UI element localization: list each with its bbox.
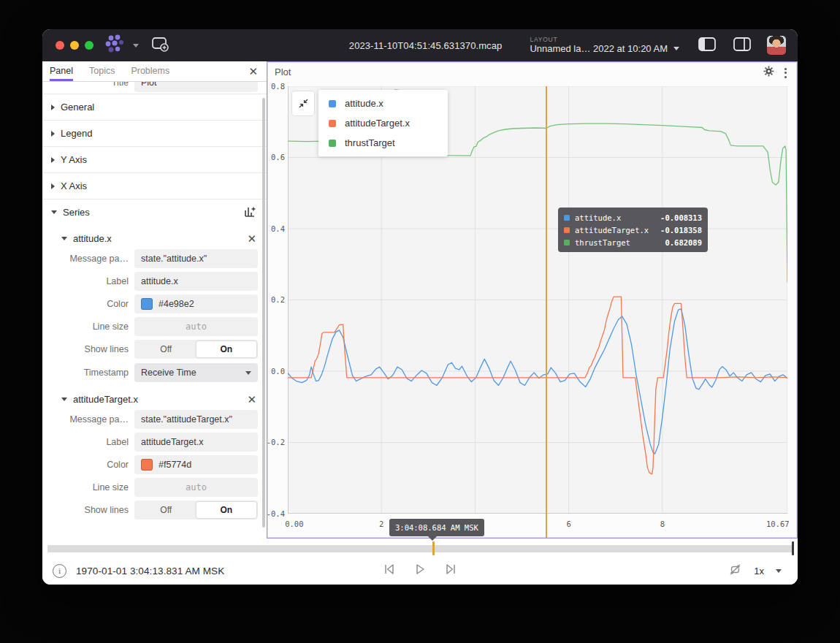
color-swatch[interactable] bbox=[141, 298, 153, 310]
color-swatch[interactable] bbox=[141, 459, 153, 471]
scrubber-track[interactable] bbox=[47, 545, 793, 552]
line-size-input[interactable]: auto bbox=[134, 478, 258, 497]
zoom-window-button[interactable] bbox=[85, 41, 93, 50]
data-tooltip: attitude.x -0.008313 attitudeTarget.x -0… bbox=[558, 208, 708, 252]
traffic-lights bbox=[56, 41, 93, 50]
chevron-down-icon bbox=[61, 237, 67, 240]
field-label: Label attitudeTarget.x bbox=[42, 433, 267, 452]
message-path-input[interactable]: state."attitude.x" bbox=[134, 249, 258, 268]
add-panel-icon[interactable] bbox=[150, 35, 169, 56]
file-title: 2023-11-10T04:51:45.631370.mcap bbox=[349, 40, 503, 51]
sidebar-close-icon[interactable]: ✕ bbox=[248, 66, 258, 77]
legend-item-attitude-target-x[interactable]: attitudeTarget.x bbox=[318, 113, 448, 133]
y-axis-tick-label: 0.4 bbox=[263, 224, 285, 233]
series-color-swatch bbox=[564, 227, 570, 233]
timestamp-select[interactable]: Receive Time bbox=[134, 363, 258, 382]
field-timestamp: Timestamp Receive Time bbox=[42, 363, 267, 382]
chevron-right-icon bbox=[51, 157, 55, 163]
series-header-attitude-x[interactable]: attitude.x ✕ bbox=[42, 227, 267, 249]
tab-topics[interactable]: Topics bbox=[89, 61, 115, 81]
left-sidebar-toggle-icon[interactable] bbox=[698, 37, 716, 54]
add-series-icon[interactable] bbox=[244, 205, 256, 219]
desktop-background: 2023-11-10T04:51:45.631370.mcap LAYOUT U… bbox=[0, 0, 840, 643]
field-color: Color #f5774d bbox=[42, 455, 267, 474]
y-axis-tick-label: 0.6 bbox=[263, 153, 285, 161]
show-lines-on[interactable]: On bbox=[196, 502, 257, 518]
sidebar-scrollbar[interactable] bbox=[262, 98, 265, 528]
color-input[interactable]: #4e98e2 bbox=[134, 294, 258, 313]
seek-forward-button[interactable] bbox=[443, 562, 458, 579]
scrubber-end-marker[interactable] bbox=[792, 541, 794, 555]
message-path-input[interactable]: state."attitudeTarget.x" bbox=[134, 410, 258, 429]
field-line-size: Line size auto bbox=[42, 317, 267, 336]
series-color-swatch bbox=[329, 100, 336, 107]
section-general[interactable]: General bbox=[42, 94, 267, 120]
seek-backward-button[interactable] bbox=[382, 562, 397, 579]
collapse-arrows-icon bbox=[298, 98, 309, 109]
minimize-window-button[interactable] bbox=[70, 41, 79, 50]
color-input[interactable]: #f5774d bbox=[134, 455, 258, 474]
series-color-swatch bbox=[329, 120, 336, 127]
speed-chevron-icon[interactable] bbox=[776, 569, 782, 573]
y-axis-tick-label: -0.4 bbox=[263, 509, 285, 518]
playback-scrubber bbox=[42, 539, 798, 557]
user-avatar[interactable] bbox=[767, 36, 786, 55]
legend-item-thrust-target[interactable]: thrustTarget bbox=[318, 133, 448, 153]
right-sidebar-toggle-icon[interactable] bbox=[733, 37, 751, 54]
show-lines-off[interactable]: Off bbox=[136, 502, 196, 518]
plot-legend: attitude.x attitudeTarget.x thrustTarget bbox=[318, 90, 448, 156]
series-header-attitude-target-x[interactable]: attitudeTarget.x ✕ bbox=[42, 388, 267, 410]
remove-series-icon[interactable]: ✕ bbox=[247, 394, 256, 405]
panel-title: Plot bbox=[275, 66, 291, 77]
tab-problems[interactable]: Problems bbox=[131, 61, 169, 81]
line-size-input[interactable]: auto bbox=[134, 317, 258, 336]
repeat-off-icon[interactable] bbox=[728, 563, 742, 579]
x-axis-tick-label: 6 bbox=[566, 520, 570, 528]
legend-item-attitude-x[interactable]: attitude.x bbox=[318, 94, 448, 113]
chevron-down-icon bbox=[51, 210, 57, 214]
field-color: Color #4e98e2 bbox=[42, 294, 267, 313]
title-field-input[interactable]: Plot bbox=[134, 82, 258, 92]
chevron-right-icon bbox=[51, 104, 55, 110]
section-series[interactable]: Series bbox=[42, 199, 267, 225]
y-axis-tick-label: -0.2 bbox=[263, 438, 285, 446]
app-menu-chevron-icon[interactable] bbox=[133, 44, 139, 47]
y-axis-tick-label: 0.2 bbox=[263, 295, 285, 304]
field-line-size: Line size auto bbox=[42, 478, 267, 497]
play-button[interactable] bbox=[413, 562, 427, 579]
field-show-lines: Show lines Off On bbox=[42, 340, 267, 359]
window-titlebar: 2023-11-10T04:51:45.631370.mcap LAYOUT U… bbox=[42, 29, 798, 61]
label-input[interactable]: attitudeTarget.x bbox=[134, 433, 258, 452]
layout-selector[interactable]: LAYOUT Unnamed la… 2022 at 10:20 AM bbox=[530, 37, 679, 54]
show-lines-off[interactable]: Off bbox=[136, 341, 196, 357]
title-field-label: Title bbox=[42, 82, 134, 88]
panel-menu-kebab-icon[interactable] bbox=[783, 66, 788, 80]
foxglove-logo-icon[interactable] bbox=[104, 34, 129, 56]
remove-series-icon[interactable]: ✕ bbox=[247, 233, 256, 244]
current-timestamp: 1970-01-01 3:04:13.831 AM MSK bbox=[76, 566, 224, 577]
section-legend[interactable]: Legend bbox=[42, 120, 267, 146]
section-y-axis[interactable]: Y Axis bbox=[42, 146, 267, 172]
label-input[interactable]: attitude.x bbox=[134, 272, 258, 291]
tooltip-row: attitudeTarget.x -0.018358 bbox=[564, 224, 702, 236]
chevron-right-icon bbox=[51, 131, 55, 137]
x-axis-tick-label: 2 bbox=[379, 520, 383, 528]
info-icon[interactable]: i bbox=[53, 564, 66, 578]
sidebar-tabbar: Panel Topics Problems ✕ bbox=[42, 61, 267, 82]
plot-panel[interactable]: Plot 0.80.60.40.20.0-0.2-0.40.00246810.6… bbox=[267, 61, 798, 539]
close-window-button[interactable] bbox=[56, 41, 64, 50]
section-x-axis[interactable]: X Axis bbox=[42, 172, 267, 199]
show-lines-toggle: Off On bbox=[134, 340, 258, 359]
field-message-path: Message pa… state."attitude.x" bbox=[42, 249, 267, 268]
field-label: Label attitude.x bbox=[42, 272, 267, 291]
tab-panel[interactable]: Panel bbox=[50, 61, 73, 81]
x-axis-tick-label: 10.67 bbox=[766, 520, 790, 528]
field-show-lines: Show lines Off On bbox=[42, 501, 267, 520]
playhead-line[interactable] bbox=[546, 86, 547, 538]
time-hover-tooltip: 3:04:08.684 AM MSK bbox=[389, 519, 484, 536]
x-axis-tick-label: 8 bbox=[660, 520, 665, 528]
show-lines-on[interactable]: On bbox=[196, 341, 257, 357]
panel-settings-gear-icon[interactable] bbox=[763, 66, 774, 80]
legend-collapse-button[interactable] bbox=[291, 91, 315, 116]
playback-speed[interactable]: 1x bbox=[754, 566, 764, 577]
